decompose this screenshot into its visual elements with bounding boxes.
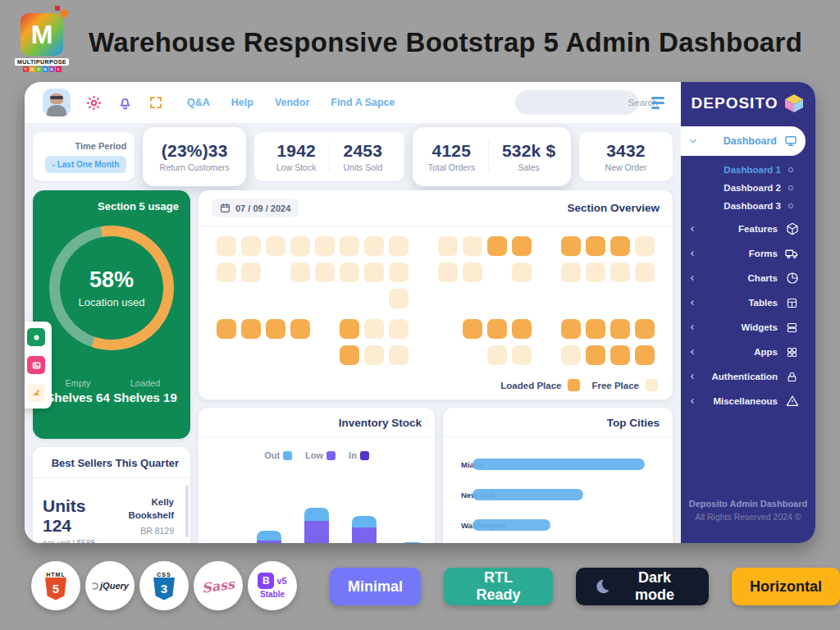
logo-dot	[55, 6, 60, 11]
sidebar-item-label: Forms	[749, 249, 778, 258]
rtl-ready-button[interactable]: RTL Ready	[444, 568, 553, 605]
dark-mode-button[interactable]: Dark mode	[576, 568, 709, 605]
sidebar-item-charts[interactable]: Charts	[681, 266, 815, 290]
sidebar-item-features[interactable]: Features	[681, 217, 815, 241]
top-cities-card: Top Cities MiamiNew YorkWashingtonCalifo…	[443, 408, 673, 543]
grid-cell	[413, 262, 433, 282]
settings-gear-icon[interactable]	[85, 94, 102, 111]
multipurpose-logo: M MULTIPURPOSE THEMES	[16, 13, 67, 72]
dashboard-submenu: Dashboard 1 Dashboard 2 Dashboard 3	[681, 162, 815, 213]
time-period-dropdown[interactable]: - Last One Month	[45, 156, 127, 173]
overview-legend: Loaded Place Free Place	[500, 379, 658, 391]
sidebar-item-dashboard-2[interactable]: Dashboard 2	[681, 180, 815, 195]
sidebar-item-tables[interactable]: Tables	[681, 290, 815, 315]
notifications-bell-icon[interactable]	[116, 94, 133, 111]
sidebar-item-label: Authentication	[712, 372, 778, 381]
nav-link-help[interactable]: Help	[231, 97, 253, 108]
inventory-bar	[399, 542, 424, 543]
grid-cell	[561, 289, 581, 308]
grid-cell	[241, 319, 261, 339]
tool-gallery-button[interactable]	[27, 356, 45, 374]
submenu-label: Dashboard 1	[724, 165, 781, 175]
badge-css3: CSS 3	[139, 561, 189, 610]
badge-bootstrap: B v5 Stable	[248, 561, 297, 610]
grid-cell	[413, 289, 433, 308]
stat-label: Low Stock	[276, 162, 316, 172]
grid-cell	[487, 289, 507, 308]
grid-cell	[586, 319, 605, 339]
sidebar-item-forms[interactable]: Forms	[681, 241, 815, 266]
stat-label: Units Sold	[343, 162, 382, 172]
sidebar-item-widgets[interactable]: Widgets	[681, 315, 815, 340]
donut-center: 58% Location used	[60, 236, 163, 340]
grid-cell	[487, 262, 507, 282]
bar-segment-out	[257, 531, 281, 541]
grid-cell	[364, 319, 384, 339]
stat-value: 2453	[343, 141, 382, 161]
grid-cell	[512, 262, 532, 282]
stat-card-return-customers: (23%)33 Return Customers	[143, 127, 246, 186]
feature-buttons: Minimal RTL Ready Dark mode Horizontal	[330, 568, 840, 605]
legend-swatch	[283, 451, 292, 460]
best-seller-code: BR 8129	[111, 526, 174, 536]
grid-cell	[536, 345, 556, 365]
grid-cell	[266, 262, 285, 282]
submenu-label: Dashboard 3	[724, 201, 781, 211]
menu-toggle-icon[interactable]	[650, 95, 666, 111]
inventory-title: Inventory Stock	[199, 408, 435, 437]
inventory-legend-item: In	[349, 450, 369, 460]
badge-version: v5	[276, 576, 286, 586]
badge-html5: HTML 5	[31, 561, 80, 610]
sidebar-item-dashboard[interactable]: Dashboard	[681, 126, 806, 156]
nav-link-find-a-space[interactable]: Find A Sapce	[331, 97, 395, 108]
grid-cell	[315, 345, 335, 365]
tool-settings-button[interactable]	[27, 328, 45, 346]
grid-cell	[610, 345, 630, 365]
grid-cell	[463, 236, 482, 256]
monitor-icon	[784, 135, 797, 148]
nav-link-vendor[interactable]: Vendor	[275, 97, 309, 108]
warehouse-grid	[199, 226, 673, 365]
sidebar-menu: Dashboard Dashboard 1 Dashboard 2 Dashbo…	[681, 125, 815, 484]
tool-layout-button[interactable]	[27, 384, 45, 402]
search-input[interactable]	[532, 98, 658, 107]
grid-cell	[512, 236, 532, 256]
fullscreen-icon[interactable]	[148, 94, 164, 111]
grid-cell	[217, 345, 236, 365]
grid-cell	[340, 345, 359, 365]
grid-cell	[586, 289, 605, 308]
horizontal-button[interactable]: Horizontal	[732, 568, 840, 605]
chevron-left-icon	[689, 398, 696, 404]
grid-cell	[241, 262, 261, 282]
nav-link-qa[interactable]: Q&A	[187, 97, 210, 108]
legend-swatch	[326, 451, 336, 460]
scrollbar-thumb[interactable]	[185, 485, 189, 537]
sidebar-item-authentication[interactable]: Authentication	[681, 364, 815, 389]
usage-stat-value: Shelves 19	[113, 390, 177, 404]
search-field[interactable]	[515, 90, 638, 115]
grid-cell	[340, 262, 359, 282]
sidebar-item-miscellaneous[interactable]: Miscellaneous	[681, 389, 815, 413]
sidebar-item-dashboard-1[interactable]: Dashboard 1	[681, 162, 815, 177]
deposito-cube-logo	[783, 94, 805, 114]
grid-cell	[217, 262, 236, 282]
usage-stat-value: Shelves 64	[46, 390, 110, 404]
user-avatar[interactable]	[43, 89, 71, 116]
grid-cell	[610, 262, 630, 282]
grid-cell	[512, 345, 532, 365]
dashboard-main: Q&A Help Vendor Find A Sapce	[25, 82, 681, 543]
minimal-button[interactable]: Minimal	[330, 568, 421, 605]
chevron-left-icon	[689, 250, 696, 257]
grid-cell	[217, 289, 236, 308]
bar-segment-low	[352, 527, 377, 543]
avatar-body	[47, 105, 66, 116]
city-row: Miami	[461, 459, 658, 470]
date-picker[interactable]: 07 / 09 / 2024	[212, 199, 299, 217]
grid-cell	[586, 236, 605, 256]
legend-swatch-loaded	[568, 379, 580, 391]
grid-cell	[438, 236, 458, 256]
sidebar-item-apps[interactable]: Apps	[681, 340, 815, 364]
grid-cell	[635, 345, 655, 365]
sidebar-item-dashboard-3[interactable]: Dashboard 3	[681, 199, 815, 213]
grid-cell	[315, 262, 335, 282]
